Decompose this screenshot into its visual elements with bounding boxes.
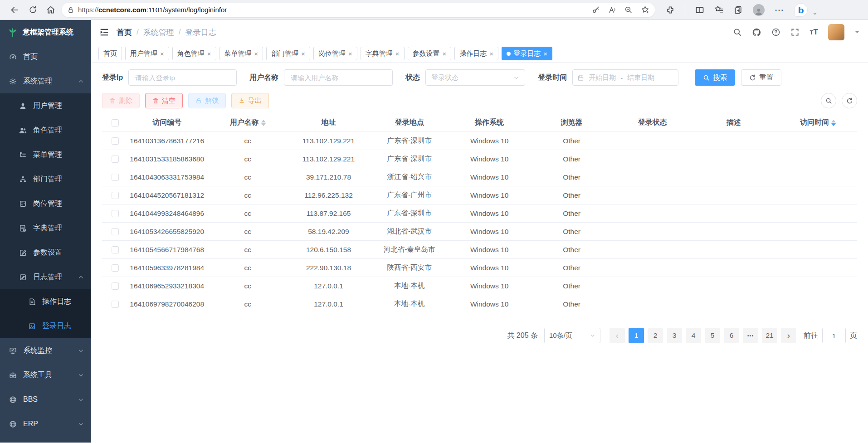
browser-profile-avatar[interactable] (753, 4, 765, 16)
table-row[interactable]: 1641031533185863680cc113.102.129.221广东省-… (102, 150, 857, 168)
bing-copilot-icon[interactable]: b (794, 3, 808, 17)
table-row[interactable]: 1641044520567181312cc112.96.225.132广东省-广… (102, 186, 857, 204)
sidebar-item-dict-manage[interactable]: 字典管理 (0, 216, 91, 240)
close-icon[interactable]: × (301, 50, 305, 57)
chevron-down-icon[interactable] (812, 11, 818, 17)
sidebar-item-menu-manage[interactable]: 菜单管理 (0, 142, 91, 167)
zoom-out-icon[interactable] (624, 6, 633, 14)
sidebar-item-post-manage[interactable]: 岗位管理 (0, 191, 91, 216)
header-search-icon[interactable] (733, 28, 742, 37)
column-header-user[interactable]: 用户名称 (205, 114, 290, 132)
read-aloud-icon[interactable] (608, 6, 616, 14)
table-row[interactable]: 1641054566717984768cc120.6.150.158河北省-秦皇… (102, 241, 857, 259)
login-ip-input[interactable] (128, 69, 237, 86)
sidebar-item-home[interactable]: 首页 (0, 44, 91, 69)
fullscreen-icon[interactable] (790, 28, 800, 37)
login-status-select[interactable]: 登录状态 (425, 69, 525, 86)
tab-menu-manage[interactable]: 菜单管理× (219, 47, 263, 60)
address-bar[interactable]: https://ccnetcore.com:1101/system/log/lo… (62, 3, 655, 17)
toggle-search-button[interactable] (821, 93, 836, 108)
next-page-button[interactable]: › (781, 328, 796, 343)
split-screen-icon[interactable] (695, 5, 704, 15)
prev-page-button[interactable]: ‹ (610, 328, 625, 343)
reset-button[interactable]: 重置 (741, 69, 781, 86)
sidebar-collapse-icon[interactable] (99, 27, 109, 37)
sidebar-item-system-manage[interactable]: 系统管理 (0, 69, 91, 93)
row-checkbox[interactable] (112, 156, 119, 163)
row-checkbox[interactable] (112, 192, 119, 199)
sidebar-item-system-monitor[interactable]: 系统监控 (0, 338, 91, 363)
sidebar-item-user-manage[interactable]: 用户管理 (0, 93, 91, 118)
add-favorite-star-icon[interactable] (641, 5, 649, 14)
delete-button[interactable]: 删除 (102, 93, 140, 108)
date-range-picker[interactable]: 开始日期 - 结束日期 (572, 69, 678, 86)
tab-param-setting[interactable]: 参数设置× (408, 47, 452, 60)
close-icon[interactable]: × (395, 50, 400, 57)
page-button-6[interactable]: 6 (724, 328, 739, 343)
sidebar-item-login-log[interactable]: 登录日志 (0, 314, 91, 338)
row-checkbox[interactable] (112, 282, 119, 290)
refresh-table-button[interactable] (842, 93, 857, 108)
sidebar-item-system-tools[interactable]: 系统工具 (0, 363, 91, 387)
close-icon[interactable]: × (254, 50, 258, 57)
table-row[interactable]: 1641053426655825920cc58.19.42.209湖北省-武汉市… (102, 223, 857, 241)
close-icon[interactable]: × (489, 50, 493, 57)
column-header-time[interactable]: 访问时间 (779, 114, 857, 132)
password-key-icon[interactable] (592, 6, 600, 14)
row-checkbox[interactable] (112, 137, 119, 145)
row-checkbox[interactable] (112, 228, 119, 235)
tab-post-manage[interactable]: 岗位管理× (313, 47, 357, 60)
close-icon[interactable]: × (207, 50, 211, 57)
tab-dept-manage[interactable]: 部门管理× (266, 47, 310, 60)
sort-icon[interactable] (831, 120, 836, 126)
avatar-caret-down-icon[interactable] (854, 29, 860, 35)
breadcrumb-home[interactable]: 首页 (117, 27, 132, 38)
table-row[interactable]: 1641031367863177216cc113.102.129.221广东省-… (102, 132, 857, 150)
page-button-21[interactable]: 21 (762, 328, 777, 343)
sidebar-item-operation-log[interactable]: 操作日志 (0, 289, 91, 314)
close-icon[interactable]: × (443, 50, 447, 57)
page-size-select[interactable]: 10条/页 (544, 328, 600, 343)
unlock-button[interactable]: 解锁 (188, 93, 226, 108)
extensions-icon[interactable] (666, 5, 675, 15)
table-row[interactable]: 1641059633978281984cc222.90.130.18陕西省-西安… (102, 259, 857, 277)
back-button[interactable] (5, 2, 24, 18)
page-button-3[interactable]: 3 (667, 328, 682, 343)
page-button-1[interactable]: 1 (629, 328, 644, 343)
home-button[interactable] (42, 2, 60, 18)
user-avatar[interactable] (828, 24, 844, 40)
github-icon[interactable] (752, 28, 761, 37)
clear-button[interactable]: 清空 (145, 93, 183, 108)
sidebar-item-log-manage[interactable]: 日志管理 (0, 265, 91, 289)
row-checkbox[interactable] (112, 210, 119, 217)
page-button-2[interactable]: 2 (648, 328, 663, 343)
more-pages-button[interactable]: ••• (743, 328, 758, 343)
sidebar-item-erp[interactable]: ERP (0, 412, 91, 436)
question-help-icon[interactable] (771, 28, 780, 37)
sort-icon[interactable] (261, 120, 266, 126)
export-button[interactable]: 导出 (231, 93, 269, 108)
goto-page-input[interactable] (822, 328, 846, 343)
user-name-input[interactable] (284, 69, 393, 86)
row-checkbox[interactable] (112, 264, 119, 272)
row-checkbox[interactable] (112, 174, 119, 181)
tab-role-manage[interactable]: 角色管理× (172, 47, 216, 60)
tab-dict-manage[interactable]: 字典管理× (361, 47, 405, 60)
font-size-icon[interactable]: тT (809, 28, 818, 37)
sidebar-item-param-setting[interactable]: 参数设置 (0, 240, 91, 265)
page-button-4[interactable]: 4 (686, 328, 701, 343)
sidebar-item-yi-framework[interactable]: Yi框架 (0, 436, 91, 443)
sidebar-item-dept-manage[interactable]: 部门管理 (0, 167, 91, 191)
tab-login-log[interactable]: 登录日志× (502, 47, 552, 60)
table-row[interactable]: 1641043063331753984cc39.171.210.78浙江省-绍兴… (102, 168, 857, 186)
favorites-bar-icon[interactable] (714, 5, 724, 15)
collections-icon[interactable] (734, 5, 743, 15)
tab-home[interactable]: 首页 (98, 47, 122, 60)
close-icon[interactable]: × (543, 50, 547, 57)
close-icon[interactable]: × (348, 50, 352, 57)
sidebar-item-role-manage[interactable]: 角色管理 (0, 118, 91, 142)
row-checkbox[interactable] (112, 246, 119, 253)
table-row[interactable]: 1641069652933218304cc127.0.0.1本地-本机Windo… (102, 277, 857, 295)
refresh-button[interactable] (24, 2, 42, 18)
row-checkbox[interactable] (112, 301, 119, 308)
